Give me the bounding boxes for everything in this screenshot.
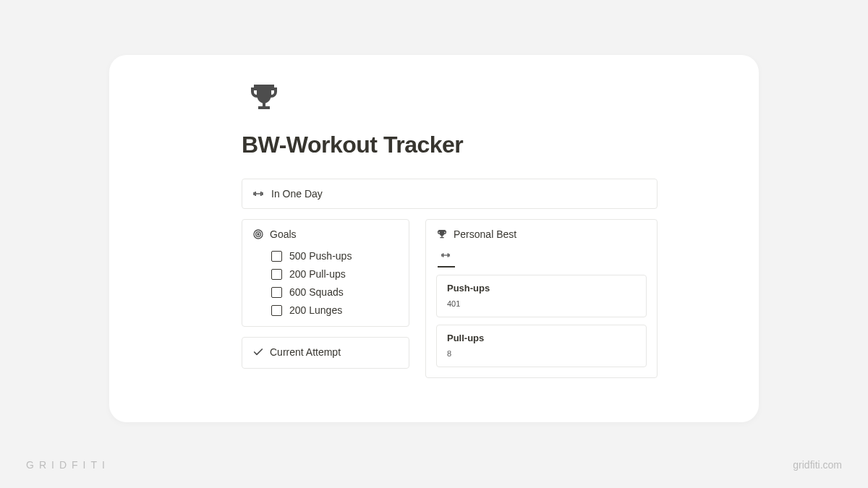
pb-item-name: Push-ups — [447, 283, 636, 294]
svg-point-7 — [258, 234, 259, 235]
left-column: Goals 500 Push-ups 200 Pull-ups — [242, 219, 409, 378]
goal-label: 200 Pull-ups — [289, 268, 346, 280]
page-title: BW-Workout Tracker — [242, 132, 658, 158]
callout-label: In One Day — [271, 188, 323, 200]
svg-rect-1 — [255, 192, 256, 196]
checkbox-icon[interactable] — [271, 269, 282, 280]
target-icon — [252, 228, 264, 240]
svg-rect-11 — [448, 254, 449, 257]
current-heading: Current Attempt — [270, 346, 341, 358]
pb-list: Push-ups 401 Pull-ups 8 — [436, 275, 647, 367]
goal-item[interactable]: 200 Pull-ups — [271, 268, 399, 280]
goals-heading: Goals — [270, 228, 297, 240]
checkbox-icon[interactable] — [271, 305, 282, 316]
svg-rect-3 — [262, 192, 263, 195]
app-card: BW-Workout Tracker In One Day — [109, 55, 759, 422]
goal-item[interactable]: 600 Squads — [271, 286, 399, 298]
personal-best-block: Personal Best — [425, 219, 658, 378]
goal-item[interactable]: 500 Push-ups — [271, 250, 399, 262]
callout-in-one-day[interactable]: In One Day — [242, 179, 658, 209]
pb-item[interactable]: Pull-ups 8 — [436, 325, 647, 367]
page-content: BW-Workout Tracker In One Day — [242, 75, 658, 378]
pb-tab-dumbbell[interactable] — [438, 247, 455, 267]
pb-heading: Personal Best — [454, 228, 516, 240]
trophy-icon — [436, 228, 448, 240]
svg-rect-10 — [448, 253, 448, 257]
goal-label: 200 Lunges — [289, 304, 342, 316]
goals-heading-row: Goals — [252, 228, 399, 240]
checkbox-icon[interactable] — [271, 287, 282, 298]
pb-heading-row: Personal Best — [436, 228, 647, 240]
brand-url: gridfiti.com — [793, 459, 842, 471]
svg-rect-2 — [260, 192, 262, 196]
goal-label: 600 Squads — [289, 286, 344, 298]
svg-rect-8 — [441, 254, 442, 257]
svg-rect-12 — [443, 254, 447, 255]
columns: Goals 500 Push-ups 200 Pull-ups — [242, 219, 658, 378]
goal-item[interactable]: 200 Lunges — [271, 304, 399, 316]
pb-item-value: 8 — [447, 349, 636, 358]
goal-label: 500 Push-ups — [289, 250, 352, 262]
goals-list: 500 Push-ups 200 Pull-ups 600 Squads — [252, 250, 399, 316]
brand-watermark: GRIDFITI — [26, 459, 110, 471]
current-attempt-block: Current Attempt — [242, 337, 409, 369]
check-icon — [252, 346, 264, 358]
svg-rect-4 — [256, 193, 260, 194]
checkbox-icon[interactable] — [271, 251, 282, 262]
trophy-icon — [242, 75, 286, 120]
current-heading-row: Current Attempt — [252, 346, 399, 358]
pb-item-value: 401 — [447, 299, 636, 308]
svg-rect-0 — [253, 192, 255, 195]
pb-item[interactable]: Push-ups 401 — [436, 275, 647, 317]
dumbbell-icon — [441, 250, 452, 262]
pb-item-name: Pull-ups — [447, 333, 636, 343]
dumbbell-icon — [252, 188, 264, 200]
svg-rect-9 — [443, 253, 443, 257]
pb-tabs — [436, 247, 647, 267]
right-column: Personal Best — [425, 219, 658, 378]
goals-block: Goals 500 Push-ups 200 Pull-ups — [242, 219, 409, 327]
